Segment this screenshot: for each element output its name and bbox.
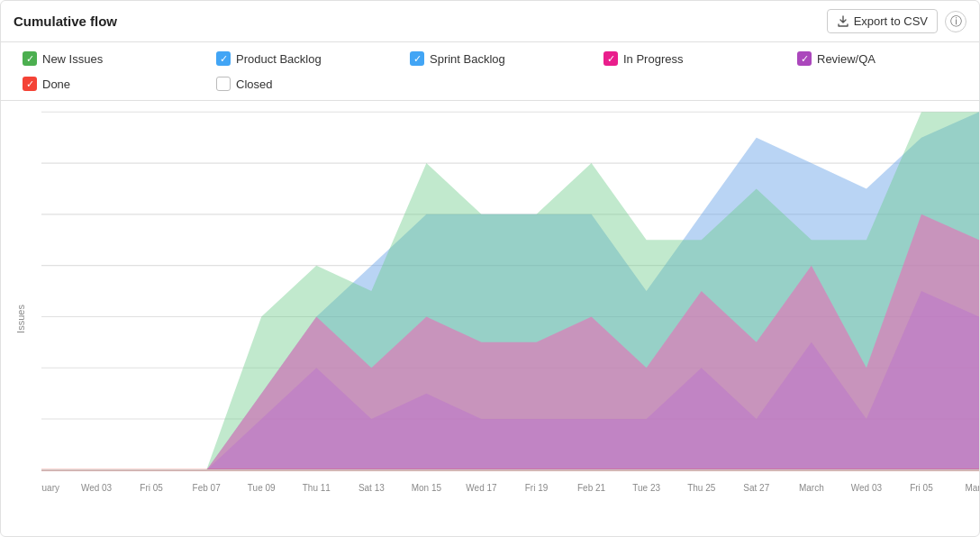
svg-text:Fri 19: Fri 19 xyxy=(525,481,549,493)
legend-item-closed[interactable]: Closed xyxy=(207,71,401,96)
svg-text:Thu 25: Thu 25 xyxy=(687,481,715,493)
legend-area: ✓ New Issues ✓ Product Backlog ✓ Sprint … xyxy=(1,42,979,101)
legend-item-review-qa[interactable]: ✓ Review/QA xyxy=(788,46,980,71)
svg-text:Thu 11: Thu 11 xyxy=(303,481,331,493)
header-actions: Export to CSV ⓘ xyxy=(827,9,966,33)
svg-text:Wed 03: Wed 03 xyxy=(851,481,882,493)
card-header: Cumulative flow Export to CSV ⓘ xyxy=(1,1,979,42)
legend-item-in-progress[interactable]: ✓ In Progress xyxy=(594,46,788,71)
legend-checkbox-closed xyxy=(216,77,231,91)
svg-text:Feb 07: Feb 07 xyxy=(193,481,221,493)
legend-checkbox-done: ✓ xyxy=(23,77,37,91)
legend-item-sprint-backlog[interactable]: ✓ Sprint Backlog xyxy=(401,46,594,71)
info-button[interactable]: ⓘ xyxy=(945,11,966,32)
legend-label-new-issues: New Issues xyxy=(42,52,103,66)
svg-text:Tue 09: Tue 09 xyxy=(248,481,276,493)
legend-label-sprint-backlog: Sprint Backlog xyxy=(430,52,505,66)
chart-inner: 0 2 4 6 8 10 12 14 xyxy=(41,110,979,509)
legend-item-product-backlog[interactable]: ✓ Product Backlog xyxy=(207,46,401,71)
info-icon: ⓘ xyxy=(950,14,962,30)
legend-label-done: Done xyxy=(42,77,70,91)
legend-label-closed: Closed xyxy=(236,77,272,91)
legend-row-2: ✓ Done Closed xyxy=(14,71,966,96)
export-button[interactable]: Export to CSV xyxy=(827,9,938,33)
chart-svg: 0 2 4 6 8 10 12 14 xyxy=(41,110,979,509)
svg-text:February: February xyxy=(41,481,60,493)
chart-area: Issues 0 2 4 6 8 10 12 14 xyxy=(1,101,979,536)
legend-item-new-issues[interactable]: ✓ New Issues xyxy=(14,46,207,71)
legend-label-review-qa: Review/QA xyxy=(817,52,876,66)
legend-checkbox-review-qa: ✓ xyxy=(797,51,812,66)
legend-label-in-progress: In Progress xyxy=(623,52,683,66)
svg-text:March: March xyxy=(799,481,824,493)
legend-item-done[interactable]: ✓ Done xyxy=(14,71,207,96)
svg-text:Sat 27: Sat 27 xyxy=(743,481,769,493)
legend-label-product-backlog: Product Backlog xyxy=(236,52,322,66)
svg-text:Feb 21: Feb 21 xyxy=(577,481,605,493)
legend-checkbox-in-progress: ✓ xyxy=(603,51,618,66)
svg-text:Tue 23: Tue 23 xyxy=(632,481,660,493)
svg-text:Mar 07: Mar 07 xyxy=(965,481,979,493)
legend-checkbox-product-backlog: ✓ xyxy=(216,51,231,66)
legend-checkbox-new-issues: ✓ xyxy=(23,51,37,66)
card-title: Cumulative flow xyxy=(14,14,117,29)
cumulative-flow-card: Cumulative flow Export to CSV ⓘ ✓ New Is… xyxy=(0,0,980,537)
legend-row-1: ✓ New Issues ✓ Product Backlog ✓ Sprint … xyxy=(14,46,966,71)
svg-text:Wed 03: Wed 03 xyxy=(81,481,112,493)
svg-text:Mon 15: Mon 15 xyxy=(412,481,441,493)
svg-text:Sat 13: Sat 13 xyxy=(358,481,385,493)
svg-text:Fri 05: Fri 05 xyxy=(140,481,163,493)
svg-text:Wed 17: Wed 17 xyxy=(466,481,496,493)
export-icon xyxy=(837,15,849,28)
svg-text:Fri 05: Fri 05 xyxy=(910,481,933,493)
legend-checkbox-sprint-backlog: ✓ xyxy=(410,51,424,66)
y-axis-label: Issues xyxy=(15,305,26,333)
